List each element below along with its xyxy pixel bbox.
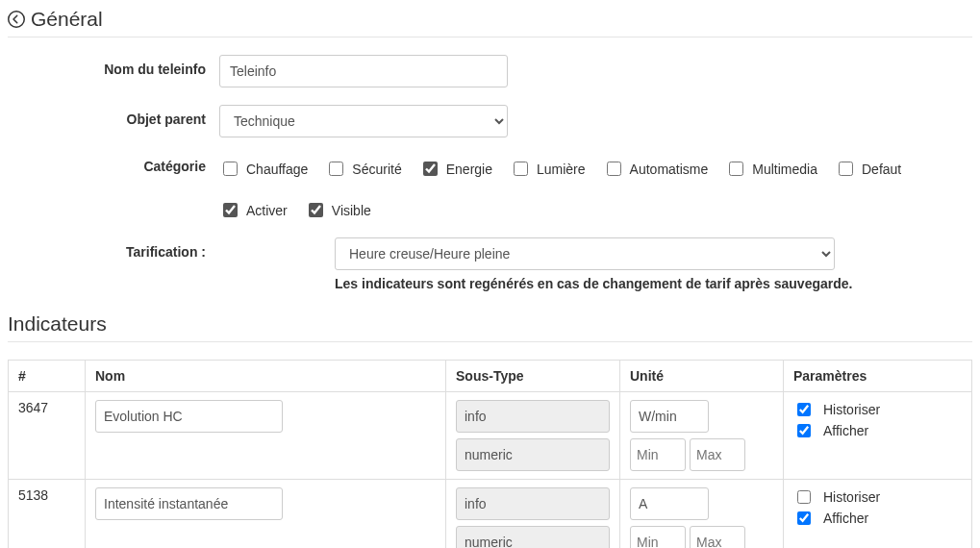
label-parent: Objet parent <box>8 105 219 127</box>
category-checkbox[interactable] <box>514 162 528 176</box>
flag-checkbox[interactable] <box>309 203 323 217</box>
category-label: Energie <box>446 162 492 177</box>
row-subtype-input <box>456 438 610 471</box>
section-title-general: Général <box>8 8 972 37</box>
row-flags: ActiverVisible <box>8 196 972 220</box>
flag-label: Visible <box>332 203 371 218</box>
categories-container: ChauffageSécuritéEnergieLumièreAutomatis… <box>219 155 901 179</box>
row-category: Catégorie ChauffageSécuritéEnergieLumièr… <box>8 155 972 179</box>
category-label: Chauffage <box>246 162 308 177</box>
row-subtype-input <box>456 400 610 433</box>
param-checkbox[interactable] <box>797 490 811 504</box>
row-name: Nom du teleinfo <box>8 55 972 87</box>
row-name-input[interactable] <box>95 400 283 433</box>
param-label: Historiser <box>823 402 880 417</box>
param-aff[interactable]: Afficher <box>793 509 962 528</box>
category-multimedia[interactable]: Multimedia <box>725 159 817 179</box>
parent-select[interactable]: Technique <box>219 105 508 137</box>
col-st: Sous-Type <box>446 361 620 392</box>
indicators-table: # Nom Sous-Type Unité Paramètres 3647His… <box>8 360 972 548</box>
param-checkbox[interactable] <box>797 424 811 437</box>
row-subtype-input <box>456 526 610 548</box>
label-category: Catégorie <box>8 155 219 174</box>
table-row: 5138HistoriserAfficher <box>9 480 972 549</box>
param-label: Historiser <box>823 489 880 505</box>
table-row: 3647HistoriserAfficher <box>9 392 972 480</box>
flags-container: ActiverVisible <box>219 196 371 220</box>
category-sécurité[interactable]: Sécurité <box>325 159 401 179</box>
col-nom: Nom <box>86 361 446 392</box>
tarification-select[interactable]: Heure creuse/Heure pleine <box>335 237 835 270</box>
row-subtype-input <box>456 487 610 520</box>
row-parent: Objet parent Technique <box>8 105 972 137</box>
section-title-indicators: Indicateurs <box>8 312 972 342</box>
category-energie[interactable]: Energie <box>419 159 492 179</box>
flag-label: Activer <box>246 203 288 218</box>
flag-activer[interactable]: Activer <box>219 200 288 220</box>
row-id: 5138 <box>9 480 86 549</box>
flag-visible[interactable]: Visible <box>305 200 371 220</box>
category-checkbox[interactable] <box>839 162 853 176</box>
param-checkbox[interactable] <box>797 403 811 416</box>
category-defaut[interactable]: Defaut <box>835 159 901 179</box>
svg-point-0 <box>9 12 25 28</box>
param-label: Afficher <box>823 423 868 438</box>
label-tarification: Tarification : <box>8 237 219 260</box>
label-flags <box>8 196 219 203</box>
tarification-help: Les indicateurs sont regénérés en cas de… <box>335 276 852 291</box>
name-input[interactable] <box>219 55 508 87</box>
param-label: Afficher <box>823 511 868 526</box>
category-label: Defaut <box>862 162 901 177</box>
category-lumière[interactable]: Lumière <box>510 159 586 179</box>
category-label: Multimedia <box>752 162 817 177</box>
category-automatisme[interactable]: Automatisme <box>603 159 709 179</box>
category-checkbox[interactable] <box>607 162 621 176</box>
section-title-text: Général <box>31 8 103 31</box>
back-icon[interactable] <box>8 11 25 28</box>
row-name-input[interactable] <box>95 487 283 520</box>
row-min-input[interactable] <box>630 526 686 548</box>
row-max-input[interactable] <box>690 526 745 548</box>
col-id: # <box>9 361 86 392</box>
row-max-input[interactable] <box>690 438 745 471</box>
category-label: Sécurité <box>352 162 401 177</box>
col-unit: Unité <box>620 361 784 392</box>
row-unit-input[interactable] <box>630 400 709 433</box>
row-tarification: Tarification : Heure creuse/Heure pleine… <box>8 237 972 291</box>
row-id: 3647 <box>9 392 86 480</box>
param-hist[interactable]: Historiser <box>793 400 962 419</box>
row-min-input[interactable] <box>630 438 686 471</box>
category-label: Lumière <box>537 162 586 177</box>
category-chauffage[interactable]: Chauffage <box>219 159 308 179</box>
category-checkbox[interactable] <box>329 162 343 176</box>
param-hist[interactable]: Historiser <box>793 487 962 507</box>
label-name: Nom du teleinfo <box>8 55 219 77</box>
param-aff[interactable]: Afficher <box>793 421 962 440</box>
flag-checkbox[interactable] <box>223 203 238 217</box>
param-checkbox[interactable] <box>797 511 811 525</box>
col-param: Paramètres <box>784 361 972 392</box>
category-checkbox[interactable] <box>423 162 438 176</box>
row-unit-input[interactable] <box>630 487 709 520</box>
category-label: Automatisme <box>630 162 709 177</box>
category-checkbox[interactable] <box>729 162 743 176</box>
category-checkbox[interactable] <box>223 162 238 176</box>
